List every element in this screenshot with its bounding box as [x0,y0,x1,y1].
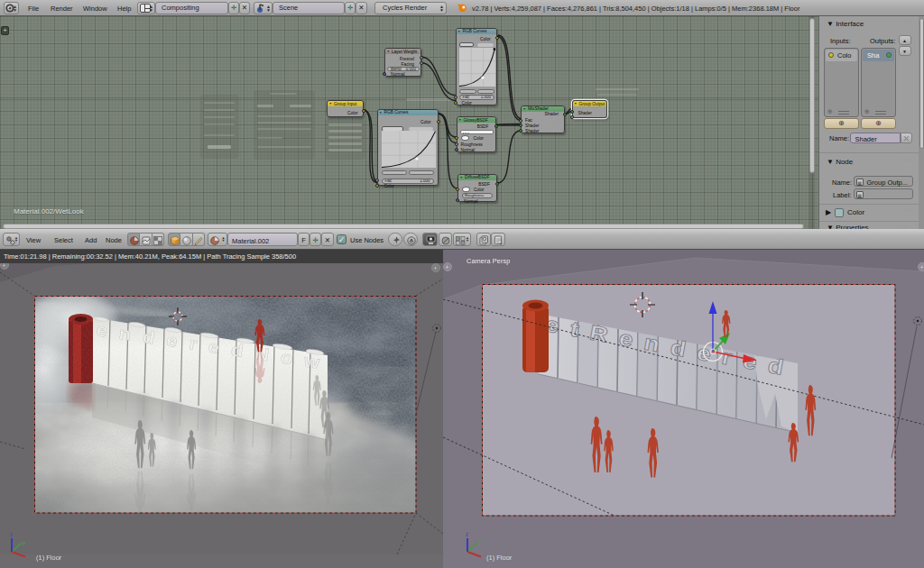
svg-text:+: + [446,264,449,270]
svg-text:+: + [434,265,438,271]
svg-text:z: z [466,531,468,537]
svg-text:z: z [10,531,13,537]
svg-text:y: y [23,540,25,545]
svg-text:+: + [920,264,924,270]
svg-text:y: y [478,540,481,545]
